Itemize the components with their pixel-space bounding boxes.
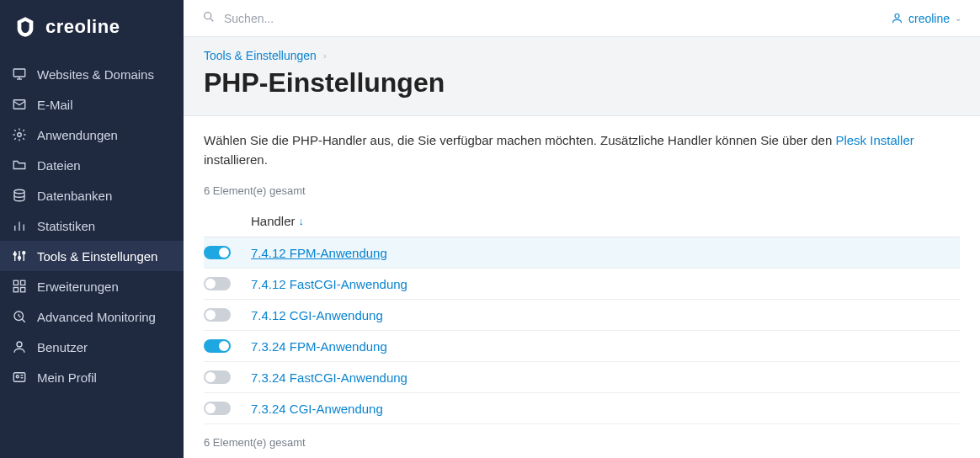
grid-icon — [12, 279, 27, 294]
svg-line-22 — [19, 316, 20, 317]
monitor-icon — [12, 67, 27, 82]
svg-point-28 — [205, 13, 211, 19]
sidebar-item-statistiken[interactable]: Statistiken — [0, 210, 184, 241]
handler-toggle[interactable] — [204, 339, 231, 353]
handler-link[interactable]: 7.4.12 CGI-Anwendung — [251, 308, 383, 322]
handler-table: Handler ↓ 7.4.12 FPM-Anwendung7.4.12 Fas… — [204, 205, 960, 424]
sidebar-item-label: Statistiken — [37, 219, 95, 233]
user-name: creoline — [908, 12, 950, 25]
svg-point-23 — [17, 342, 22, 347]
svg-rect-18 — [21, 288, 25, 292]
table-header: Handler ↓ — [204, 205, 960, 237]
table-row: 7.4.12 CGI-Anwendung — [204, 300, 960, 331]
idcard-icon — [12, 370, 27, 385]
sidebar: creoline Websites & DomainsE-MailAnwendu… — [0, 0, 184, 458]
mail-icon — [12, 97, 27, 112]
sidebar-item-erweiterungen[interactable]: Erweiterungen — [0, 271, 184, 301]
sidebar-item-dateien[interactable]: Dateien — [0, 150, 184, 180]
svg-point-5 — [14, 189, 24, 194]
handler-toggle[interactable] — [204, 402, 231, 415]
svg-rect-24 — [13, 373, 25, 382]
handler-toggle[interactable] — [204, 370, 231, 384]
search-icon — [202, 10, 216, 26]
brand-name: creoline — [45, 16, 120, 38]
svg-rect-15 — [13, 280, 18, 285]
sidebar-item-anwendungen[interactable]: Anwendungen — [0, 120, 184, 150]
sidebar-item-datenbanken[interactable]: Datenbanken — [0, 180, 184, 210]
sidebar-item-advanced-monitoring[interactable]: Advanced Monitoring — [0, 301, 184, 332]
chevron-right-icon: › — [323, 51, 327, 61]
user-icon — [12, 339, 27, 354]
table-row: 7.4.12 FPM-Anwendung — [204, 237, 960, 269]
sidebar-item-label: Erweiterungen — [37, 280, 119, 294]
plesk-installer-link[interactable]: Plesk Installer — [835, 133, 913, 147]
sidebar-item-label: Websites & Domains — [37, 67, 154, 82]
svg-point-25 — [16, 375, 19, 378]
svg-point-4 — [18, 133, 22, 137]
sidebar-item-mein-profil[interactable]: Mein Profil — [0, 362, 184, 392]
handler-link[interactable]: 7.3.24 CGI-Anwendung — [251, 402, 383, 416]
main-area: creoline ⌄ Tools & Einstellungen › PHP-E… — [184, 0, 980, 458]
topbar: creoline ⌄ — [184, 0, 980, 37]
sidebar-item-label: Anwendungen — [37, 128, 118, 142]
stats-icon — [12, 218, 27, 233]
handler-link[interactable]: 7.4.12 FastCGI-Anwendung — [251, 277, 407, 291]
svg-rect-17 — [13, 288, 18, 292]
handler-link[interactable]: 7.3.24 FastCGI-Anwendung — [251, 370, 407, 385]
sidebar-item-benutzer[interactable]: Benutzer — [0, 332, 184, 362]
handler-toggle[interactable] — [204, 246, 231, 259]
table-row: 7.3.24 FastCGI-Anwendung — [204, 362, 960, 393]
item-count-bottom: 6 Element(e) gesamt — [204, 436, 960, 449]
handler-toggle[interactable] — [204, 308, 231, 322]
page-title: PHP-Einstellungen — [204, 67, 960, 99]
handler-toggle[interactable] — [204, 277, 231, 290]
sidebar-item-label: Benutzer — [37, 340, 88, 354]
table-row: 7.3.24 CGI-Anwendung — [204, 393, 960, 424]
sidebar-item-tools-einstellungen[interactable]: Tools & Einstellungen — [0, 241, 184, 271]
sidebar-item-label: Dateien — [37, 158, 81, 173]
svg-rect-0 — [13, 69, 25, 77]
table-row: 7.4.12 FastCGI-Anwendung — [204, 269, 960, 300]
handler-link[interactable]: 7.3.24 FPM-Anwendung — [251, 339, 387, 354]
breadcrumb-link[interactable]: Tools & Einstellungen — [204, 49, 317, 62]
svg-line-29 — [210, 19, 213, 21]
main-nav: Websites & DomainsE-MailAnwendungenDatei… — [0, 54, 184, 392]
folder-icon — [12, 157, 27, 173]
item-count-top: 6 Element(e) gesamt — [204, 184, 960, 197]
sort-asc-icon: ↓ — [299, 215, 305, 227]
sidebar-item-label: Tools & Einstellungen — [37, 249, 157, 264]
brand-logo[interactable]: creoline — [0, 0, 184, 54]
table-row: 7.3.24 FPM-Anwendung — [204, 331, 960, 362]
sidebar-item-label: E-Mail — [37, 98, 73, 112]
content: Wählen Sie die PHP-Handler aus, die Sie … — [184, 116, 980, 458]
logo-icon — [13, 15, 37, 39]
sidebar-item-label: Advanced Monitoring — [37, 310, 156, 324]
sidebar-item-label: Datenbanken — [37, 189, 112, 203]
page-header: Tools & Einstellungen › PHP-Einstellunge… — [184, 37, 980, 116]
svg-rect-16 — [21, 280, 25, 285]
breadcrumb: Tools & Einstellungen › — [204, 49, 960, 62]
user-icon — [891, 12, 903, 24]
sliders-icon — [12, 248, 27, 264]
column-header-handler[interactable]: Handler ↓ — [251, 214, 960, 228]
handler-link[interactable]: 7.4.12 FPM-Anwendung — [251, 246, 387, 260]
monitor2-icon — [12, 309, 27, 324]
database-icon — [12, 188, 27, 203]
chevron-down-icon: ⌄ — [955, 13, 961, 23]
svg-line-20 — [22, 319, 25, 322]
intro-text: Wählen Sie die PHP-Handler aus, die Sie … — [204, 131, 960, 169]
sidebar-item-label: Mein Profil — [37, 370, 97, 385]
svg-point-30 — [895, 14, 899, 19]
sidebar-item-websites-domains[interactable]: Websites & Domains — [0, 59, 184, 89]
sidebar-item-e-mail[interactable]: E-Mail — [0, 89, 184, 120]
gear-icon — [12, 127, 27, 142]
search-input[interactable] — [224, 12, 882, 25]
user-menu[interactable]: creoline ⌄ — [891, 12, 961, 25]
